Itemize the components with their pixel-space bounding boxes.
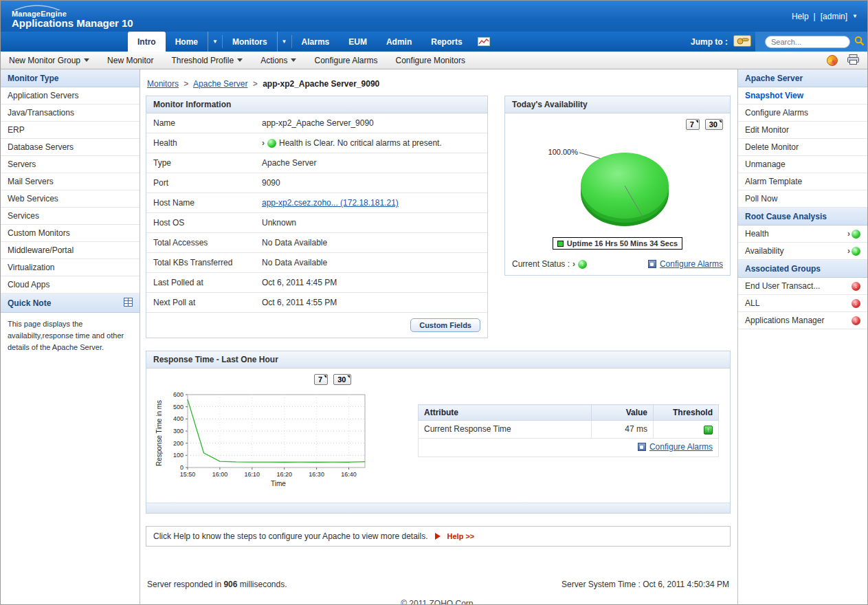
uptime-legend-label: Uptime 16 Hrs 50 Mins 34 Secs (567, 239, 678, 248)
action-unmanage[interactable]: Unmanage (738, 156, 867, 173)
tab-home[interactable]: Home (166, 32, 208, 52)
response-configure-alarms-link[interactable]: Configure Alarms (638, 442, 713, 452)
customize-view-icon[interactable] (827, 55, 838, 66)
breadcrumb-monitors[interactable]: Monitors (147, 79, 179, 89)
tab-monitors[interactable]: Monitors (223, 32, 277, 52)
help-link-bottom[interactable]: Help >> (447, 532, 475, 540)
row-value: Apache Server (256, 153, 487, 173)
sidebar-item-custom-monitors[interactable]: Custom Monitors (1, 225, 140, 242)
group-applications-manager[interactable]: Applications Manager ↓ (738, 312, 867, 329)
rca-health[interactable]: Health › (738, 226, 867, 243)
group-critical-icon[interactable]: ↓ (852, 299, 860, 308)
quick-chart-icon[interactable] (472, 32, 496, 52)
threshold-ok-icon[interactable]: ↑ (704, 426, 713, 434)
response-7-days-button[interactable]: 7 (314, 374, 328, 385)
panel-footer-strip (146, 503, 730, 513)
pie-percent-label: 100.00% (548, 148, 578, 156)
sidebar-item-servers[interactable]: Servers (1, 156, 140, 173)
attribute-cell: Current Response Time (419, 421, 592, 439)
tab-alarms[interactable]: Alarms (292, 32, 340, 52)
help-arrow-icon (435, 533, 441, 540)
tab-eum[interactable]: EUM (339, 32, 377, 52)
toolbar-configure-alarms[interactable]: Configure Alarms (314, 56, 377, 65)
row-label: Health (146, 133, 256, 153)
search-icon[interactable] (854, 36, 865, 48)
breadcrumb-apache-server[interactable]: Apache Server (193, 79, 247, 89)
custom-fields-button[interactable]: Custom Fields (410, 318, 480, 332)
sidebar-item-web-services[interactable]: Web Services (1, 190, 140, 208)
table-row: Configure Alarms (419, 438, 719, 456)
row-label: Type (146, 153, 256, 173)
sidebar-item-services[interactable]: Services (1, 208, 140, 225)
help-link[interactable]: Help (792, 12, 809, 21)
sidebar-item-erp[interactable]: ERP (1, 122, 140, 139)
page-footer: Server responded in 906 milliseconds. Se… (146, 580, 731, 589)
print-icon[interactable] (847, 54, 859, 67)
host-name-link[interactable]: app-xp2.csez.zoho... (172.18.181.21) (262, 198, 399, 208)
tab-intro[interactable]: Intro (128, 32, 166, 52)
sidebar-item-application-servers[interactable]: Application Servers (1, 87, 140, 104)
table-row: Host OS Unknown (146, 213, 487, 233)
group-all[interactable]: ALL ↓ (738, 295, 867, 312)
quick-note-header: Quick Note (1, 294, 140, 313)
action-delete-monitor[interactable]: Delete Monitor (738, 139, 867, 156)
group-critical-icon[interactable]: ↓ (852, 282, 860, 291)
availability-configure-alarms-link[interactable]: Configure Alarms (648, 259, 723, 269)
toolbar-threshold-profile[interactable]: Threshold Profile (171, 56, 243, 65)
jump-to-label: Jump to : (691, 37, 728, 47)
search-input[interactable] (765, 36, 850, 48)
table-row: Next Poll at Oct 6, 2011 4:55 PM (146, 293, 487, 313)
action-snapshot-view[interactable]: Snapshot View (738, 87, 867, 104)
svg-text:16:20: 16:20 (276, 471, 292, 478)
health-status-icon[interactable] (852, 230, 860, 239)
response-attributes-table: Attribute Value Threshold Current Respon… (418, 404, 719, 457)
tab-reports[interactable]: Reports (421, 32, 471, 52)
toolbar-new-monitor[interactable]: New Monitor (107, 56, 153, 65)
product-name: Applications Manager 10 (12, 18, 133, 29)
response-30-days-button[interactable]: 30 (333, 374, 351, 385)
table-row: Total Accesses No Data Available (146, 233, 487, 253)
tab-home-dropdown-icon[interactable]: ▼ (208, 32, 222, 52)
table-row: Last Polled at Oct 6, 2011 4:45 PM (146, 273, 487, 293)
availability-7-days-button[interactable]: 7 (686, 119, 700, 130)
health-clear-icon (267, 139, 276, 148)
left-sidebar: Monitor Type Application Servers Java/Tr… (1, 69, 140, 605)
quick-note-grid-icon[interactable] (124, 298, 133, 309)
dropdown-caret-icon (237, 58, 243, 62)
availability-panel: Today's Availability 7 30 (504, 96, 731, 276)
group-end-user-transaction[interactable]: End User Transact... ↓ (738, 278, 867, 295)
availability-30-days-button[interactable]: 30 (705, 119, 723, 130)
action-configure-alarms[interactable]: Configure Alarms (738, 104, 867, 122)
row-value: Unknown (256, 213, 487, 232)
jump-to-icon[interactable] (733, 35, 751, 49)
action-poll-now[interactable]: Poll Now (738, 190, 867, 208)
action-alarm-template[interactable]: Alarm Template (738, 173, 867, 190)
svg-text:500: 500 (173, 404, 183, 410)
group-critical-icon[interactable]: ↓ (852, 316, 860, 325)
availability-title: Today's Availability (505, 96, 730, 113)
action-edit-monitor[interactable]: Edit Monitor (738, 122, 867, 139)
tab-monitors-dropdown-icon[interactable]: ▼ (277, 32, 291, 52)
rca-availability[interactable]: Availability ›↑ (738, 243, 867, 260)
availability-up-icon[interactable]: ↑ (852, 247, 860, 256)
svg-text:16:00: 16:00 (212, 471, 228, 478)
toolbar-actions[interactable]: Actions (260, 56, 296, 65)
table-row: Health › Health is Clear. No critical al… (146, 133, 487, 153)
user-menu[interactable]: [admin] (821, 12, 847, 21)
user-menu-caret-icon[interactable]: ▼ (852, 13, 858, 19)
sidebar-item-virtualization[interactable]: Virtualization (1, 259, 140, 276)
sidebar-item-cloud-apps[interactable]: Cloud Apps (1, 276, 140, 294)
sidebar-item-database-servers[interactable]: Database Servers (1, 139, 140, 156)
chevron-icon: › (847, 229, 850, 239)
sidebar-item-java-transactions[interactable]: Java/Transactions (1, 104, 140, 122)
associated-groups-header: Associated Groups (738, 260, 867, 278)
tab-admin[interactable]: Admin (377, 32, 421, 52)
row-value: Oct 6, 2011 4:55 PM (256, 293, 487, 312)
sidebar-item-mail-servers[interactable]: Mail Servers (1, 173, 140, 190)
table-row: Current Response Time 47 ms ↑ (419, 421, 719, 439)
search-area (755, 32, 867, 52)
toolbar-configure-monitors[interactable]: Configure Monitors (396, 56, 465, 65)
svg-text:15:50: 15:50 (180, 471, 196, 478)
sidebar-item-middleware-portal[interactable]: Middleware/Portal (1, 242, 140, 259)
toolbar-new-monitor-group[interactable]: New Monitor Group (9, 56, 89, 65)
